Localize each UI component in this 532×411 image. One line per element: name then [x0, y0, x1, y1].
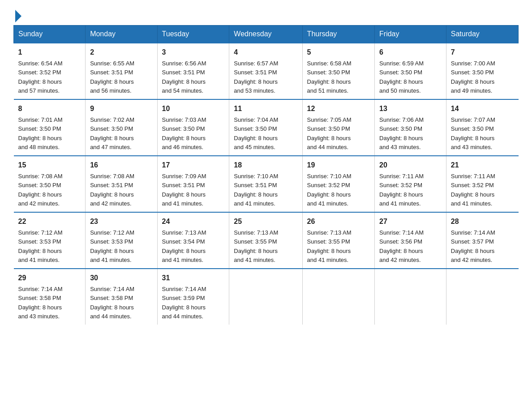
day-number: 25: [234, 216, 297, 227]
day-number: 6: [379, 47, 442, 58]
day-number: 3: [162, 47, 225, 58]
calendar-header-row: SundayMondayTuesdayWednesdayThursdayFrid…: [14, 26, 519, 43]
day-info: Sunrise: 6:59 AMSunset: 3:50 PMDaylight:…: [379, 60, 424, 94]
day-cell-16: 16 Sunrise: 7:08 AMSunset: 3:51 PMDaylig…: [86, 156, 157, 212]
day-info: Sunrise: 7:00 AMSunset: 3:50 PMDaylight:…: [451, 60, 495, 94]
day-cell-5: 5 Sunrise: 6:58 AMSunset: 3:50 PMDayligh…: [302, 43, 374, 99]
day-info: Sunrise: 6:54 AMSunset: 3:52 PMDaylight:…: [18, 60, 63, 94]
day-info: Sunrise: 7:06 AMSunset: 3:50 PMDaylight:…: [379, 116, 424, 150]
day-cell-7: 7 Sunrise: 7:00 AMSunset: 3:50 PMDayligh…: [446, 43, 518, 99]
day-info: Sunrise: 7:02 AMSunset: 3:50 PMDaylight:…: [90, 116, 134, 150]
day-info: Sunrise: 7:10 AMSunset: 3:52 PMDaylight:…: [307, 173, 352, 207]
day-number: 19: [307, 160, 370, 171]
day-info: Sunrise: 7:14 AMSunset: 3:56 PMDaylight:…: [379, 229, 424, 263]
week-row-3: 22 Sunrise: 7:12 AMSunset: 3:53 PMDaylig…: [14, 212, 519, 269]
day-number: 22: [18, 216, 81, 227]
day-cell-30: 30 Sunrise: 7:14 AMSunset: 3:58 PMDaylig…: [86, 269, 157, 325]
day-number: 13: [379, 103, 442, 114]
day-cell-4: 4 Sunrise: 6:57 AMSunset: 3:51 PMDayligh…: [229, 43, 302, 99]
day-info: Sunrise: 7:12 AMSunset: 3:53 PMDaylight:…: [18, 229, 63, 263]
day-info: Sunrise: 7:03 AMSunset: 3:50 PMDaylight:…: [162, 116, 206, 150]
header-tuesday: Tuesday: [157, 26, 229, 43]
day-cell-9: 9 Sunrise: 7:02 AMSunset: 3:50 PMDayligh…: [86, 99, 157, 156]
day-cell-8: 8 Sunrise: 7:01 AMSunset: 3:50 PMDayligh…: [14, 99, 86, 156]
day-cell-3: 3 Sunrise: 6:56 AMSunset: 3:51 PMDayligh…: [157, 43, 229, 99]
empty-cell: [446, 269, 518, 325]
day-cell-29: 29 Sunrise: 7:14 AMSunset: 3:58 PMDaylig…: [14, 269, 86, 325]
day-info: Sunrise: 7:13 AMSunset: 3:55 PMDaylight:…: [234, 229, 278, 263]
day-info: Sunrise: 7:04 AMSunset: 3:50 PMDaylight:…: [234, 116, 278, 150]
day-info: Sunrise: 7:10 AMSunset: 3:51 PMDaylight:…: [234, 173, 278, 207]
week-row-0: 1 Sunrise: 6:54 AMSunset: 3:52 PMDayligh…: [14, 43, 519, 99]
day-info: Sunrise: 7:14 AMSunset: 3:58 PMDaylight:…: [18, 286, 63, 320]
day-cell-13: 13 Sunrise: 7:06 AMSunset: 3:50 PMDaylig…: [375, 99, 446, 156]
day-info: Sunrise: 7:13 AMSunset: 3:54 PMDaylight:…: [162, 229, 206, 263]
day-info: Sunrise: 7:11 AMSunset: 3:52 PMDaylight:…: [451, 173, 495, 207]
day-cell-21: 21 Sunrise: 7:11 AMSunset: 3:52 PMDaylig…: [446, 156, 518, 212]
day-cell-19: 19 Sunrise: 7:10 AMSunset: 3:52 PMDaylig…: [302, 156, 374, 212]
day-number: 24: [162, 216, 225, 227]
day-number: 17: [162, 160, 225, 171]
day-info: Sunrise: 6:56 AMSunset: 3:51 PMDaylight:…: [162, 60, 206, 94]
day-cell-28: 28 Sunrise: 7:14 AMSunset: 3:57 PMDaylig…: [446, 212, 518, 269]
day-number: 26: [307, 216, 370, 227]
day-info: Sunrise: 7:12 AMSunset: 3:53 PMDaylight:…: [90, 229, 134, 263]
day-number: 10: [162, 103, 225, 114]
day-number: 9: [90, 103, 152, 114]
header-monday: Monday: [86, 26, 157, 43]
day-number: 28: [451, 216, 514, 227]
day-info: Sunrise: 7:05 AMSunset: 3:50 PMDaylight:…: [307, 116, 352, 150]
day-number: 31: [162, 273, 225, 283]
day-number: 14: [451, 103, 514, 114]
day-number: 11: [234, 103, 297, 114]
day-cell-10: 10 Sunrise: 7:03 AMSunset: 3:50 PMDaylig…: [157, 99, 229, 156]
day-cell-31: 31 Sunrise: 7:14 AMSunset: 3:59 PMDaylig…: [157, 269, 229, 325]
day-info: Sunrise: 7:07 AMSunset: 3:50 PMDaylight:…: [451, 116, 495, 150]
day-cell-22: 22 Sunrise: 7:12 AMSunset: 3:53 PMDaylig…: [14, 212, 86, 269]
logo: [13, 9, 21, 21]
day-number: 29: [18, 273, 81, 283]
day-info: Sunrise: 7:01 AMSunset: 3:50 PMDaylight:…: [18, 116, 63, 150]
day-number: 7: [451, 47, 514, 58]
header-wednesday: Wednesday: [229, 26, 302, 43]
day-cell-23: 23 Sunrise: 7:12 AMSunset: 3:53 PMDaylig…: [86, 212, 157, 269]
day-number: 21: [451, 160, 514, 171]
day-number: 4: [234, 47, 297, 58]
day-info: Sunrise: 6:55 AMSunset: 3:51 PMDaylight:…: [90, 60, 134, 94]
day-cell-2: 2 Sunrise: 6:55 AMSunset: 3:51 PMDayligh…: [86, 43, 157, 99]
day-number: 27: [379, 216, 442, 227]
day-cell-27: 27 Sunrise: 7:14 AMSunset: 3:56 PMDaylig…: [375, 212, 446, 269]
page-header: [13, 9, 519, 21]
day-info: Sunrise: 7:14 AMSunset: 3:59 PMDaylight:…: [162, 286, 206, 320]
header-friday: Friday: [375, 26, 446, 43]
day-info: Sunrise: 6:58 AMSunset: 3:50 PMDaylight:…: [307, 60, 352, 94]
day-cell-24: 24 Sunrise: 7:13 AMSunset: 3:54 PMDaylig…: [157, 212, 229, 269]
header-sunday: Sunday: [14, 26, 86, 43]
day-cell-14: 14 Sunrise: 7:07 AMSunset: 3:50 PMDaylig…: [446, 99, 518, 156]
week-row-4: 29 Sunrise: 7:14 AMSunset: 3:58 PMDaylig…: [14, 269, 519, 325]
day-cell-20: 20 Sunrise: 7:11 AMSunset: 3:52 PMDaylig…: [375, 156, 446, 212]
empty-cell: [302, 269, 374, 325]
header-saturday: Saturday: [446, 26, 518, 43]
day-cell-25: 25 Sunrise: 7:13 AMSunset: 3:55 PMDaylig…: [229, 212, 302, 269]
day-cell-12: 12 Sunrise: 7:05 AMSunset: 3:50 PMDaylig…: [302, 99, 374, 156]
header-thursday: Thursday: [302, 26, 374, 43]
day-cell-11: 11 Sunrise: 7:04 AMSunset: 3:50 PMDaylig…: [229, 99, 302, 156]
day-info: Sunrise: 7:14 AMSunset: 3:57 PMDaylight:…: [451, 229, 495, 263]
empty-cell: [229, 269, 302, 325]
day-number: 18: [234, 160, 297, 171]
day-number: 8: [18, 103, 81, 114]
calendar-table: SundayMondayTuesdayWednesdayThursdayFrid…: [13, 25, 519, 325]
empty-cell: [375, 269, 446, 325]
day-cell-17: 17 Sunrise: 7:09 AMSunset: 3:51 PMDaylig…: [157, 156, 229, 212]
day-number: 20: [379, 160, 442, 171]
day-number: 15: [18, 160, 81, 171]
day-info: Sunrise: 7:13 AMSunset: 3:55 PMDaylight:…: [307, 229, 352, 263]
day-number: 2: [90, 47, 152, 58]
day-info: Sunrise: 7:11 AMSunset: 3:52 PMDaylight:…: [379, 173, 424, 207]
day-cell-18: 18 Sunrise: 7:10 AMSunset: 3:51 PMDaylig…: [229, 156, 302, 212]
day-number: 1: [18, 47, 81, 58]
day-number: 23: [90, 216, 152, 227]
day-cell-1: 1 Sunrise: 6:54 AMSunset: 3:52 PMDayligh…: [14, 43, 86, 99]
day-info: Sunrise: 7:08 AMSunset: 3:51 PMDaylight:…: [90, 173, 134, 207]
